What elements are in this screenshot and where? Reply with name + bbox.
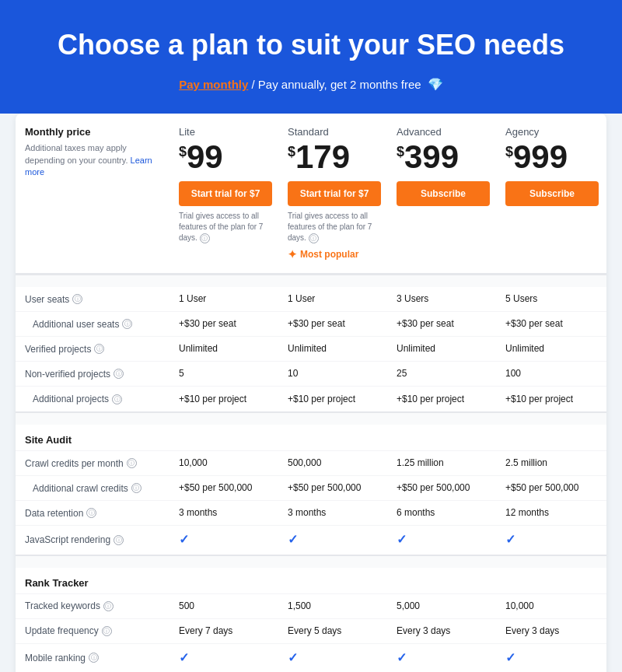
cta-button-standard[interactable]: Start trial for $7 — [288, 181, 381, 206]
diamond-icon: 💎 — [428, 77, 443, 92]
pay-monthly-link[interactable]: Pay monthly — [179, 78, 248, 91]
page-title: Choose a plan to suit your SEO needs — [31, 28, 591, 61]
taxes-note: Additional taxes may apply depending on … — [25, 142, 162, 178]
mobile-ranking-advanced: ✓ — [389, 644, 498, 672]
update-frequency-standard: Every 5 days — [280, 619, 389, 643]
feature-row-additional-projects: Additional projects ⓘ +$10 per project +… — [16, 387, 606, 411]
tracked-keywords-standard: 1,500 — [280, 594, 389, 618]
billing-toggle: Pay monthly / Pay annually, get 2 months… — [31, 77, 591, 92]
feature-row-site-audit-title: Site Audit — [16, 425, 606, 451]
pay-annually-label[interactable]: Pay annually, get 2 months free — [258, 78, 421, 91]
site-audit-section: Site Audit Crawl credits per month ⓘ 10,… — [16, 411, 606, 554]
update-frequency-advanced: Every 3 days — [389, 619, 498, 643]
dollar-sign-advanced: $ — [397, 144, 404, 160]
non-verified-projects-advanced: 25 — [389, 362, 498, 386]
price-amount-advanced: 399 — [404, 141, 459, 173]
update-frequency-lite: Every 7 days — [171, 619, 280, 643]
non-verified-projects-info-icon[interactable]: ⓘ — [114, 369, 124, 379]
feature-row-additional-seats: Additional user seats ⓘ +$30 per seat +$… — [16, 312, 606, 337]
plan-price-standard: $ 179 — [288, 141, 381, 173]
cta-button-advanced[interactable]: Subscribe — [397, 181, 490, 206]
feature-label-update-frequency: Update frequency ⓘ — [16, 620, 171, 642]
feature-label-js-rendering: JavaScript rendering ⓘ — [16, 529, 171, 551]
most-popular-badge: ✦ Most popular — [288, 248, 381, 261]
verified-projects-agency: Unlimited — [498, 337, 606, 361]
crawl-credits-standard: 500,000 — [280, 451, 389, 475]
plan-price-agency: $ 999 — [505, 141, 599, 173]
pricing-table-wrapper: Monthly price Additional taxes may apply… — [0, 114, 622, 672]
feature-label-crawl-credits: Crawl credits per month ⓘ — [16, 453, 171, 474]
feature-row-data-retention: Data retention ⓘ 3 months 3 months 6 mon… — [16, 501, 606, 526]
trial-info-icon-standard[interactable]: ⓘ — [309, 233, 319, 243]
most-popular-label: Most popular — [300, 249, 358, 260]
plan-price-advanced: $ 399 — [397, 141, 490, 173]
users-section: User seats ⓘ 1 User 1 User 3 Users 5 Use… — [16, 274, 606, 411]
billing-separator: / — [251, 78, 257, 91]
plan-col-lite: Lite $ 99 Start trial for $7 Trial gives… — [171, 126, 280, 256]
cta-button-lite[interactable]: Start trial for $7 — [179, 181, 272, 206]
user-seats-lite: 1 User — [171, 287, 280, 311]
additional-crawl-credits-lite: +$50 per 500,000 — [171, 476, 280, 500]
additional-seats-agency: +$30 per seat — [498, 312, 606, 336]
data-retention-agency: 12 months — [498, 501, 606, 525]
additional-projects-lite: +$10 per project — [171, 387, 280, 411]
js-rendering-agency: ✓ — [498, 526, 606, 554]
plan-meta-column: Monthly price Additional taxes may apply… — [16, 126, 171, 191]
user-seats-info-icon[interactable]: ⓘ — [72, 294, 82, 304]
user-seats-advanced: 3 Users — [389, 287, 498, 311]
data-retention-info-icon[interactable]: ⓘ — [86, 508, 96, 518]
verified-projects-standard: Unlimited — [280, 337, 389, 361]
additional-crawl-credits-standard: +$50 per 500,000 — [280, 476, 389, 500]
feature-label-additional-seats: Additional user seats ⓘ — [16, 313, 171, 335]
price-amount-standard: 179 — [295, 141, 350, 173]
crawl-credits-advanced: 1.25 million — [389, 451, 498, 475]
site-audit-title: Site Audit — [16, 425, 171, 450]
update-frequency-agency: Every 3 days — [498, 619, 606, 643]
feature-label-additional-projects: Additional projects ⓘ — [16, 388, 171, 410]
tracked-keywords-advanced: 5,000 — [389, 594, 498, 618]
feature-row-mobile-ranking: Mobile ranking ⓘ ✓ ✓ ✓ ✓ — [16, 644, 606, 672]
rank-tracker-spacer — [16, 555, 606, 568]
feature-label-data-retention: Data retention ⓘ — [16, 502, 171, 524]
trial-info-icon-lite[interactable]: ⓘ — [200, 233, 210, 243]
feature-label-non-verified-projects: Non-verified projects ⓘ — [16, 363, 171, 385]
additional-seats-info-icon[interactable]: ⓘ — [122, 319, 132, 329]
feature-row-verified-projects: Verified projects ⓘ Unlimited Unlimited … — [16, 337, 606, 362]
additional-projects-standard: +$10 per project — [280, 387, 389, 411]
tracked-keywords-agency: 10,000 — [498, 594, 606, 618]
plan-name-lite: Lite — [179, 126, 272, 138]
plan-name-standard: Standard — [288, 126, 381, 138]
tracked-keywords-lite: 500 — [171, 594, 280, 618]
non-verified-projects-lite: 5 — [171, 362, 280, 386]
verified-projects-info-icon[interactable]: ⓘ — [94, 344, 104, 354]
additional-projects-info-icon[interactable]: ⓘ — [112, 394, 122, 404]
users-section-spacer — [16, 275, 606, 287]
update-frequency-info-icon[interactable]: ⓘ — [102, 626, 112, 636]
feature-row-tracked-keywords: Tracked keywords ⓘ 500 1,500 5,000 10,00… — [16, 594, 606, 619]
feature-row-crawl-credits: Crawl credits per month ⓘ 10,000 500,000… — [16, 451, 606, 476]
mobile-ranking-info-icon[interactable]: ⓘ — [89, 653, 99, 663]
dollar-sign-lite: $ — [179, 144, 187, 160]
feature-label-mobile-ranking: Mobile ranking ⓘ — [16, 647, 171, 669]
crawl-credits-info-icon[interactable]: ⓘ — [127, 458, 137, 468]
data-retention-lite: 3 months — [171, 501, 280, 525]
feature-row-additional-crawl-credits: Additional crawl credits ⓘ +$50 per 500,… — [16, 476, 606, 501]
data-retention-standard: 3 months — [280, 501, 389, 525]
mobile-ranking-agency: ✓ — [498, 644, 606, 672]
rank-tracker-section: Rank Tracker Tracked keywords ⓘ 500 1,50… — [16, 555, 606, 672]
crawl-credits-agency: 2.5 million — [498, 451, 606, 475]
verified-projects-lite: Unlimited — [171, 337, 280, 361]
additional-projects-agency: +$10 per project — [498, 387, 606, 411]
trial-note-lite: Trial gives access to all features of th… — [179, 211, 272, 243]
star-icon: ✦ — [288, 248, 297, 261]
additional-crawl-credits-info-icon[interactable]: ⓘ — [131, 483, 142, 493]
tracked-keywords-info-icon[interactable]: ⓘ — [103, 601, 114, 611]
feature-row-js-rendering: JavaScript rendering ⓘ ✓ ✓ ✓ ✓ — [16, 526, 606, 554]
additional-seats-lite: +$30 per seat — [171, 312, 280, 336]
page-header: Choose a plan to suit your SEO needs Pay… — [0, 0, 622, 114]
additional-projects-advanced: +$10 per project — [389, 387, 498, 411]
plan-col-agency: Agency $ 999 Subscribe — [498, 126, 606, 219]
js-rendering-info-icon[interactable]: ⓘ — [114, 535, 124, 545]
plan-col-advanced: Advanced $ 399 Subscribe — [389, 126, 498, 219]
cta-button-agency[interactable]: Subscribe — [505, 181, 599, 206]
